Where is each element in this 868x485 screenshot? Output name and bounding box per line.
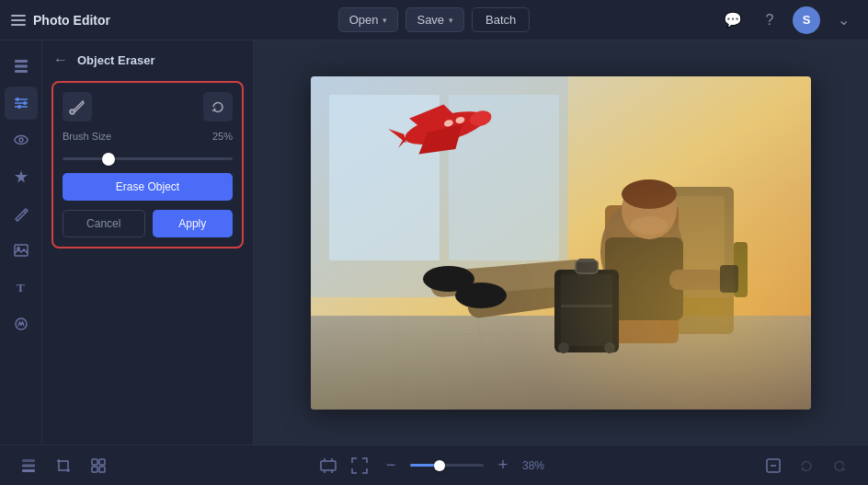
svg-point-6: [23, 101, 27, 105]
batch-button[interactable]: Batch: [472, 7, 530, 32]
bottom-center: − + 38%: [316, 454, 555, 478]
zoom-out-button[interactable]: −: [379, 454, 403, 478]
sidebar-icon-text[interactable]: T: [5, 271, 38, 304]
reset-tool-icon[interactable]: [203, 92, 233, 121]
layers-bottom-icon[interactable]: [15, 452, 42, 479]
main: T ← Object Eraser: [0, 40, 868, 445]
panel: ← Object Eraser: [42, 40, 254, 445]
grid-bottom-icon[interactable]: [85, 452, 112, 479]
open-button[interactable]: Open ▾: [338, 7, 399, 32]
brush-tool-icon[interactable]: [63, 92, 92, 121]
svg-rect-67: [22, 459, 35, 462]
svg-rect-73: [99, 467, 105, 472]
svg-line-15: [24, 211, 26, 213]
photo-canvas[interactable]: [311, 76, 811, 410]
sidebar-icon-effects[interactable]: [5, 160, 38, 193]
svg-rect-66: [311, 76, 811, 410]
action-row: Cancel Apply: [63, 210, 233, 237]
bottom-right: [760, 452, 853, 479]
brush-size-label: Brush Size: [63, 131, 201, 142]
panel-title: Object Eraser: [77, 53, 155, 67]
topbar: Photo Editor Open ▾ Save ▾ Batch 💬 ? S ⌄: [0, 0, 868, 40]
brush-size-section: Brush Size 25%: [63, 131, 233, 164]
eraser-box: Brush Size 25% Erase Object Cancel Apply: [51, 81, 244, 248]
cancel-button[interactable]: Cancel: [63, 210, 145, 237]
zoom-level-label: 38%: [522, 459, 555, 472]
topbar-right: 💬 ? S ⌄: [530, 6, 857, 34]
eraser-tools-row: [63, 92, 233, 121]
svg-point-20: [70, 110, 74, 114]
svg-rect-71: [99, 459, 105, 465]
svg-point-9: [17, 105, 21, 109]
svg-rect-68: [22, 464, 35, 467]
undo-button[interactable]: [793, 452, 820, 479]
history-before-icon[interactable]: [760, 452, 787, 479]
open-chevron-icon: ▾: [383, 16, 387, 25]
crop-bottom-icon[interactable]: [50, 452, 77, 479]
sidebar-icon-watermark[interactable]: [5, 307, 38, 341]
svg-point-3: [16, 98, 19, 101]
comments-icon[interactable]: 💬: [719, 6, 747, 34]
apply-button[interactable]: Apply: [153, 210, 234, 237]
svg-rect-74: [321, 461, 336, 470]
brush-size-value: 25%: [207, 131, 233, 142]
svg-rect-0: [15, 60, 28, 63]
zoom-slider-track[interactable]: [410, 464, 484, 467]
photo-svg: [311, 76, 811, 410]
svg-rect-1: [15, 65, 28, 68]
svg-text:T: T: [17, 281, 25, 294]
svg-rect-70: [92, 459, 97, 465]
bottom-left: [15, 452, 112, 479]
svg-rect-2: [15, 70, 28, 73]
topbar-center: Open ▾ Save ▾ Batch: [338, 7, 531, 32]
panel-header: ← Object Eraser: [51, 50, 244, 70]
svg-rect-72: [92, 467, 97, 472]
zoom-in-button[interactable]: +: [491, 454, 515, 478]
app-title: Photo Editor: [33, 13, 110, 28]
expand-icon[interactable]: ⌄: [829, 6, 857, 34]
svg-marker-14: [15, 170, 28, 183]
save-chevron-icon: ▾: [449, 16, 453, 25]
erase-object-button[interactable]: Erase Object: [63, 173, 233, 201]
topbar-left: Photo Editor: [11, 13, 338, 28]
brush-size-row: Brush Size 25%: [63, 131, 233, 142]
sidebar-icon-layers[interactable]: [5, 50, 38, 83]
sidebar-icon-retouch[interactable]: [5, 197, 38, 230]
sidebar-icon-view[interactable]: [5, 123, 38, 156]
help-icon[interactable]: ?: [756, 6, 783, 34]
avatar[interactable]: S: [793, 6, 820, 34]
canvas-area: [254, 40, 868, 445]
svg-point-12: [15, 136, 28, 144]
svg-point-17: [17, 248, 18, 249]
svg-point-13: [19, 138, 23, 142]
bottombar: − + 38%: [0, 445, 868, 485]
save-button[interactable]: Save ▾: [405, 7, 464, 32]
brush-size-slider[interactable]: [63, 157, 233, 160]
sidebar-icon-adjustments[interactable]: [5, 87, 38, 120]
zoom-fit-icon[interactable]: [348, 454, 371, 478]
fit-screen-button[interactable]: [316, 454, 340, 478]
icon-sidebar: T: [0, 40, 42, 445]
redo-button[interactable]: [826, 452, 853, 479]
menu-button[interactable]: [11, 15, 26, 26]
sidebar-icon-image[interactable]: [5, 234, 38, 267]
back-button[interactable]: ←: [51, 50, 70, 70]
svg-rect-69: [22, 469, 35, 472]
